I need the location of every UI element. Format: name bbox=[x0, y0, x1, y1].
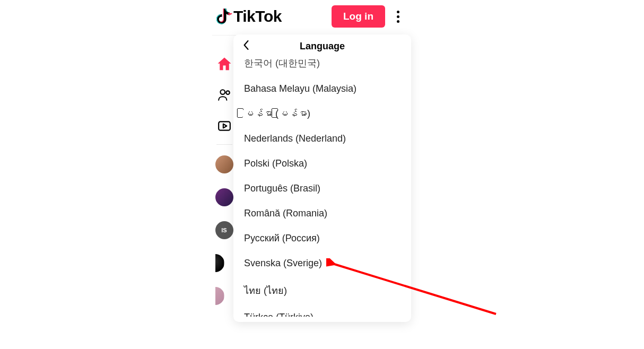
live-icon bbox=[217, 119, 231, 133]
people-icon bbox=[217, 88, 231, 102]
vertical-dots-icon bbox=[397, 11, 399, 23]
language-option-swedish[interactable]: Svenska (Sverige) bbox=[233, 251, 411, 276]
language-option-dutch[interactable]: Nederlands (Nederland) bbox=[233, 126, 411, 151]
svg-rect-2 bbox=[219, 121, 230, 130]
home-icon bbox=[216, 56, 232, 72]
language-option-burmese[interactable]: မြန်မာ (မြန်မာ) bbox=[233, 101, 411, 126]
avatar bbox=[215, 188, 233, 206]
language-list[interactable]: 한국어 (대한민국) Bahasa Melayu (Malaysia) မြန်… bbox=[233, 59, 411, 322]
avatar bbox=[215, 254, 224, 272]
language-option-romanian[interactable]: Română (Romania) bbox=[233, 201, 411, 226]
svg-point-1 bbox=[226, 91, 230, 94]
language-dropdown: Language 한국어 (대한민국) Bahasa Melayu (Malay… bbox=[233, 34, 411, 322]
avatar bbox=[215, 155, 233, 173]
tiktok-note-icon bbox=[216, 7, 232, 25]
more-options-button[interactable] bbox=[391, 7, 404, 26]
language-option-korean[interactable]: 한국어 (대한민국) bbox=[233, 59, 411, 76]
sidebar-live[interactable] bbox=[216, 118, 232, 134]
back-button[interactable] bbox=[241, 38, 251, 55]
language-option-thai[interactable]: ไทย (ไทย) bbox=[233, 276, 411, 305]
suggested-account-5[interactable] bbox=[215, 287, 233, 305]
language-option-portuguese[interactable]: Português (Brasil) bbox=[233, 176, 411, 201]
language-option-polish[interactable]: Polski (Polska) bbox=[233, 151, 411, 176]
suggested-account-1[interactable] bbox=[215, 155, 233, 173]
left-sidebar: IS bbox=[212, 37, 236, 305]
login-button[interactable]: Log in bbox=[332, 5, 385, 28]
suggested-account-3[interactable]: IS bbox=[215, 221, 233, 239]
language-option-malay[interactable]: Bahasa Melayu (Malaysia) bbox=[233, 76, 411, 101]
app-header: TikTok Log in bbox=[212, 0, 408, 36]
sidebar-home[interactable] bbox=[216, 56, 232, 72]
sidebar-following[interactable] bbox=[216, 87, 232, 103]
suggested-account-4[interactable] bbox=[215, 254, 233, 272]
avatar bbox=[215, 287, 224, 305]
dropdown-title: Language bbox=[243, 41, 402, 52]
avatar: IS bbox=[215, 221, 233, 239]
dropdown-header: Language bbox=[233, 34, 411, 59]
tiktok-logo[interactable]: TikTok bbox=[216, 7, 325, 25]
svg-point-0 bbox=[220, 90, 225, 94]
sidebar-divider bbox=[216, 144, 232, 145]
tiktok-wordmark: TikTok bbox=[233, 7, 282, 25]
suggested-account-2[interactable] bbox=[215, 188, 233, 206]
chevron-left-icon bbox=[243, 40, 249, 50]
language-option-russian[interactable]: Русский (Россия) bbox=[233, 226, 411, 251]
language-option-turkish[interactable]: Türkçe (Türkiye) bbox=[233, 305, 411, 317]
